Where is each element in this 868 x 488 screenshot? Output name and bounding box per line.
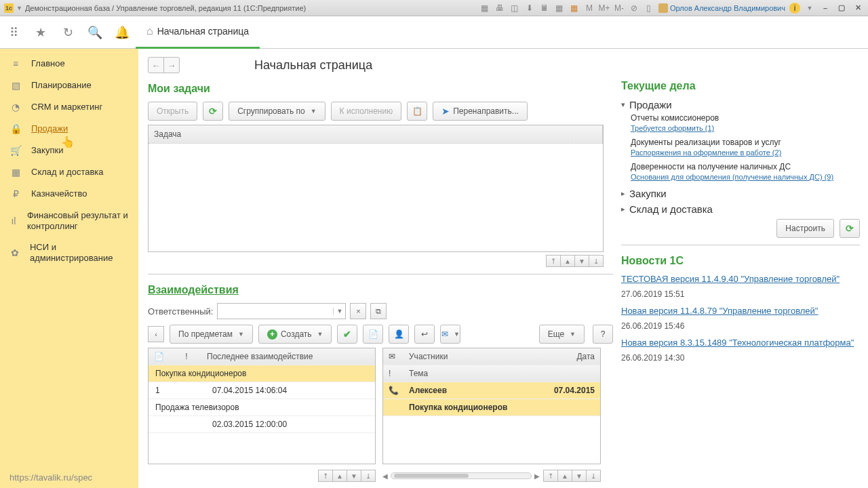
sidebar-item-main[interactable]: ≡Главное — [0, 53, 138, 75]
sidebar-item-sales[interactable]: 🔒Продажи — [0, 118, 138, 140]
person-button[interactable]: 👤 — [389, 325, 409, 344]
favorites-icon[interactable]: ★ — [27, 16, 54, 49]
table-row[interactable]: 📞Алексеев07.04.2015 — [383, 382, 600, 399]
table-row[interactable]: Покупка кондиционеров — [149, 365, 375, 382]
nav-down[interactable]: ▼ — [572, 470, 587, 482]
check-button[interactable]: ✔ — [337, 325, 357, 344]
info-icon[interactable]: i — [789, 3, 800, 14]
forward-button[interactable]: ➤Перенаправить... — [433, 102, 528, 121]
due-button[interactable]: К исполнению — [331, 102, 402, 121]
save-icon[interactable]: ⬇ — [524, 3, 535, 14]
search-icon[interactable]: 🔍 — [81, 16, 108, 49]
create-button[interactable]: +Создать▼ — [258, 325, 332, 344]
responsible-combo[interactable]: ▼ — [217, 303, 346, 319]
nav-back-button[interactable]: ← — [148, 57, 164, 73]
info-dropdown-icon[interactable]: ▼ — [804, 3, 815, 14]
user-label[interactable]: Орлов Александр Владимирович — [658, 3, 785, 13]
collapse-button[interactable]: ‹ — [148, 326, 164, 342]
nav-first[interactable]: ⤒ — [546, 255, 561, 267]
group-by-button[interactable]: Сгруппировать по▼ — [229, 102, 325, 121]
sidebar-item-treasury[interactable]: ₽Казначейство — [0, 183, 138, 205]
check-icon: ✔ — [343, 329, 351, 340]
tab-home[interactable]: ⌂ Начальная страница — [136, 16, 260, 49]
calendar-icon[interactable]: ▦ — [554, 3, 565, 14]
nav-last[interactable]: ⤓ — [589, 255, 604, 267]
nav-up[interactable]: ▲ — [557, 470, 572, 482]
nav-last[interactable]: ⤓ — [361, 470, 376, 482]
notifications-icon[interactable]: 🔔 — [108, 16, 136, 49]
dropdown-icon[interactable]: ▼ — [333, 308, 345, 314]
link-icon[interactable]: ⊘ — [629, 3, 639, 14]
nav-up[interactable]: ▲ — [560, 255, 575, 267]
apps-icon[interactable]: ⠿ — [0, 16, 27, 49]
history-icon[interactable]: ↻ — [54, 16, 81, 49]
scroll-right[interactable]: ▶ — [534, 472, 540, 480]
help-button[interactable]: ? — [593, 325, 613, 344]
link[interactable]: Требуется оформить (1) — [631, 124, 860, 132]
tree-purchases[interactable]: ▸Закупки — [621, 188, 860, 199]
table-row[interactable]: Продажа телевизоров — [149, 399, 375, 416]
nav-forward-button[interactable]: → — [163, 57, 180, 73]
window-dropdown-icon[interactable]: ▼ — [16, 5, 22, 12]
col-latest: Последнее взаимодействие — [207, 352, 370, 361]
nav-first[interactable]: ⤒ — [318, 470, 333, 482]
m-icon[interactable]: M — [584, 3, 595, 14]
clear-button[interactable]: × — [350, 303, 366, 319]
interactions-left-table[interactable]: 📄 ! Последнее взаимодействие Покупка кон… — [148, 348, 376, 464]
nav-up[interactable]: ▲ — [332, 470, 347, 482]
reply-icon: ↩ — [421, 329, 428, 339]
forward-icon: ➤ — [441, 106, 450, 117]
select-button[interactable]: ⧉ — [370, 303, 387, 319]
compare-icon[interactable]: ◫ — [509, 3, 520, 14]
date-icon[interactable]: ▦ — [569, 3, 580, 14]
reply-button[interactable]: ↩ — [414, 325, 435, 344]
sidebar-item-planning[interactable]: ▧Планирование — [0, 75, 138, 96]
toolbar-icon[interactable]: ▦ — [479, 3, 490, 14]
sidebar-item-crm[interactable]: ◔CRM и маркетинг — [0, 96, 138, 118]
scrollbar[interactable] — [391, 472, 532, 479]
nav-down[interactable]: ▼ — [574, 255, 589, 267]
table-row[interactable]: Покупка кондиционеров — [383, 399, 600, 416]
configure-button[interactable]: Настроить — [776, 219, 834, 238]
m-plus-icon[interactable]: M+ — [599, 3, 610, 14]
news-link[interactable]: ТЕСТОВАЯ версия 11.4.9.40 "Управление то… — [621, 274, 860, 284]
calc-icon[interactable]: 🖩 — [539, 3, 550, 14]
planning-icon: ▧ — [9, 80, 22, 91]
sidebar-item-admin[interactable]: ✿НСИ и администрирование — [0, 237, 138, 268]
open-button[interactable]: Открыть — [148, 102, 197, 121]
sidebar-item-finance[interactable]: ılФинансовый результат и контроллинг — [0, 205, 138, 237]
send-button[interactable]: ✉▼ — [440, 325, 460, 344]
print-icon[interactable]: 🖶 — [494, 3, 505, 14]
section-news: Новости 1С — [621, 255, 860, 267]
copy-button[interactable]: 📄 — [363, 325, 383, 344]
warehouse-icon: ▦ — [9, 167, 22, 178]
interactions-right-table[interactable]: ✉ Участники Дата ! Тема 📞Алексеев07.04.2… — [382, 348, 601, 464]
tree-warehouse[interactable]: ▸Склад и доставка — [621, 203, 860, 215]
news-link[interactable]: Новая версия 8.3.15.1489 "Технологическа… — [621, 338, 860, 348]
scroll-left[interactable]: ◀ — [382, 472, 388, 480]
table-row[interactable]: 107.04.2015 14:06:04 — [149, 382, 375, 399]
maximize-button[interactable]: ▢ — [835, 3, 848, 14]
minimize-button[interactable]: – — [819, 3, 831, 14]
nav-first[interactable]: ⤒ — [543, 470, 558, 482]
section-interactions[interactable]: Взаимодействия — [148, 284, 613, 296]
close-button[interactable]: ✕ — [852, 3, 864, 14]
sidebar-item-warehouse[interactable]: ▦Склад и доставка — [0, 161, 138, 183]
tree-sales[interactable]: ▾Продажи — [621, 99, 860, 110]
tasks-table[interactable]: Задача — [148, 125, 604, 252]
refresh-button[interactable]: ⟳ — [203, 102, 223, 121]
accept-task-button[interactable]: 📋 — [407, 102, 427, 121]
sidebar-item-purchases[interactable]: 🛒Закупки — [0, 140, 138, 161]
refresh-right-button[interactable]: ⟳ — [840, 219, 860, 238]
col-flag2: ! — [389, 369, 401, 378]
news-link[interactable]: Новая версия 11.4.8.79 "Управление торго… — [621, 306, 860, 316]
link[interactable]: Распоряжения на оформление в работе (2) — [631, 148, 860, 157]
more-button[interactable]: Еще▼ — [539, 325, 585, 344]
by-subject-button[interactable]: По предметам▼ — [170, 325, 253, 344]
m-minus-icon[interactable]: M- — [614, 3, 625, 14]
table-row[interactable]: 02.03.2015 12:00:00 — [149, 416, 375, 433]
book-icon[interactable]: ▯ — [644, 3, 654, 14]
nav-last[interactable]: ⤓ — [586, 470, 601, 482]
link[interactable]: Основания для оформления (получение нали… — [631, 173, 860, 181]
nav-down[interactable]: ▼ — [347, 470, 361, 482]
